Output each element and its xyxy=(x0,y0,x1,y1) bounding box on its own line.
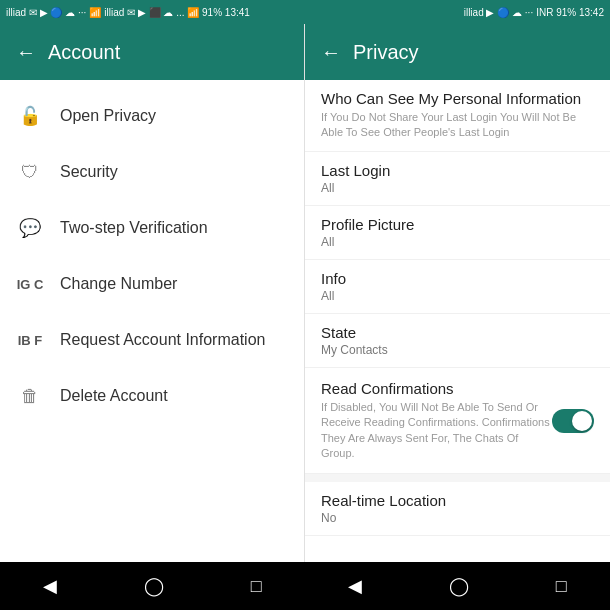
read-confirmations-left: Read Confirmations If Disabled, You Will… xyxy=(321,380,552,462)
section-header-desc: If You Do Not Share Your Last Login You … xyxy=(321,110,594,141)
nav-recents-button[interactable]: □ xyxy=(235,568,278,605)
privacy-profile-picture[interactable]: Profile Picture All xyxy=(305,206,610,260)
privacy-realtime-location[interactable]: Real-time Location No xyxy=(305,482,610,536)
privacy-read-confirmations[interactable]: Read Confirmations If Disabled, You Will… xyxy=(305,368,610,475)
read-confirmations-toggle[interactable] xyxy=(552,409,594,433)
divider xyxy=(305,474,610,482)
deleteaccount-icon: 🗑 xyxy=(16,382,44,410)
status-right-text: illiad ▶ 🔵 ☁ ··· xyxy=(464,7,533,18)
menu-item-changenumber[interactable]: IG C Change Number xyxy=(0,256,304,312)
realtime-location-title: Real-time Location xyxy=(321,492,594,509)
menu-item-twostep[interactable]: 💬 Two-step Verification xyxy=(0,200,304,256)
privacy-label: Open Privacy xyxy=(60,107,156,125)
state-title: State xyxy=(321,324,594,341)
left-menu: 🔓 Open Privacy 🛡 Security 💬 Two-step Ver… xyxy=(0,80,304,562)
last-login-sub: All xyxy=(321,181,594,195)
left-back-arrow[interactable]: ← xyxy=(16,41,36,64)
menu-item-requestinfo[interactable]: IB F Request Account Information xyxy=(0,312,304,368)
security-icon: 🛡 xyxy=(16,158,44,186)
status-bar: illiad ✉ ▶ 🔵 ☁ ··· 📶 illiad ✉ ▶ ⬛ ☁ ... … xyxy=(0,0,610,24)
nav-back-button-2[interactable]: ◀ xyxy=(332,567,378,605)
nav-recents-button-2[interactable]: □ xyxy=(540,568,583,605)
realtime-location-sub: No xyxy=(321,511,594,525)
twostep-icon: 💬 xyxy=(16,214,44,242)
privacy-icon: 🔓 xyxy=(16,102,44,130)
profile-picture-title: Profile Picture xyxy=(321,216,594,233)
bottom-nav: ◀ ◯ □ ◀ ◯ □ xyxy=(0,562,610,610)
state-sub: My Contacts xyxy=(321,343,594,357)
section-header-text: Who Can See My Personal Information xyxy=(321,90,594,107)
requestinfo-icon: IB F xyxy=(16,326,44,354)
info-title: Info xyxy=(321,270,594,287)
twostep-label: Two-step Verification xyxy=(60,219,208,237)
battery-left: illiad ✉ ▶ ⬛ ☁ ... 📶 91% 13:41 xyxy=(104,7,250,18)
privacy-info[interactable]: Info All xyxy=(305,260,610,314)
left-panel: ← Account 🔓 Open Privacy 🛡 Security 💬 Tw… xyxy=(0,24,305,562)
nav-back-button[interactable]: ◀ xyxy=(27,567,73,605)
split-container: ← Account 🔓 Open Privacy 🛡 Security 💬 Tw… xyxy=(0,24,610,562)
requestinfo-label: Request Account Information xyxy=(60,331,265,349)
privacy-state[interactable]: State My Contacts xyxy=(305,314,610,368)
status-right: illiad ▶ 🔵 ☁ ··· INR 91% 13:42 xyxy=(464,7,604,18)
last-login-title: Last Login xyxy=(321,162,594,179)
changenumber-icon: IG C xyxy=(16,270,44,298)
right-title: Privacy xyxy=(353,41,419,64)
privacy-section-header: Who Can See My Personal Information If Y… xyxy=(305,80,610,152)
battery-right: INR 91% 13:42 xyxy=(536,7,604,18)
status-left-text: illiad ✉ ▶ 🔵 ☁ ··· xyxy=(6,7,86,18)
toggle-knob xyxy=(572,411,592,431)
menu-item-deleteaccount[interactable]: 🗑 Delete Account xyxy=(0,368,304,424)
menu-item-security[interactable]: 🛡 Security xyxy=(0,144,304,200)
read-confirmations-desc: If Disabled, You Will Not Be Able To Sen… xyxy=(321,400,552,462)
security-label: Security xyxy=(60,163,118,181)
right-back-arrow[interactable]: ← xyxy=(321,41,341,64)
right-panel: ← Privacy Who Can See My Personal Inform… xyxy=(305,24,610,562)
deleteaccount-label: Delete Account xyxy=(60,387,168,405)
privacy-last-login[interactable]: Last Login All xyxy=(305,152,610,206)
nav-home-button-2[interactable]: ◯ xyxy=(433,567,485,605)
left-header: ← Account xyxy=(0,24,304,80)
right-header: ← Privacy xyxy=(305,24,610,80)
status-left: illiad ✉ ▶ 🔵 ☁ ··· 📶 illiad ✉ ▶ ⬛ ☁ ... … xyxy=(6,7,250,18)
read-confirmations-title: Read Confirmations xyxy=(321,380,552,397)
menu-item-privacy[interactable]: 🔓 Open Privacy xyxy=(0,88,304,144)
info-sub: All xyxy=(321,289,594,303)
signal-icon: 📶 xyxy=(89,7,101,18)
profile-picture-sub: All xyxy=(321,235,594,249)
changenumber-label: Change Number xyxy=(60,275,177,293)
left-title: Account xyxy=(48,41,120,64)
nav-home-button[interactable]: ◯ xyxy=(128,567,180,605)
